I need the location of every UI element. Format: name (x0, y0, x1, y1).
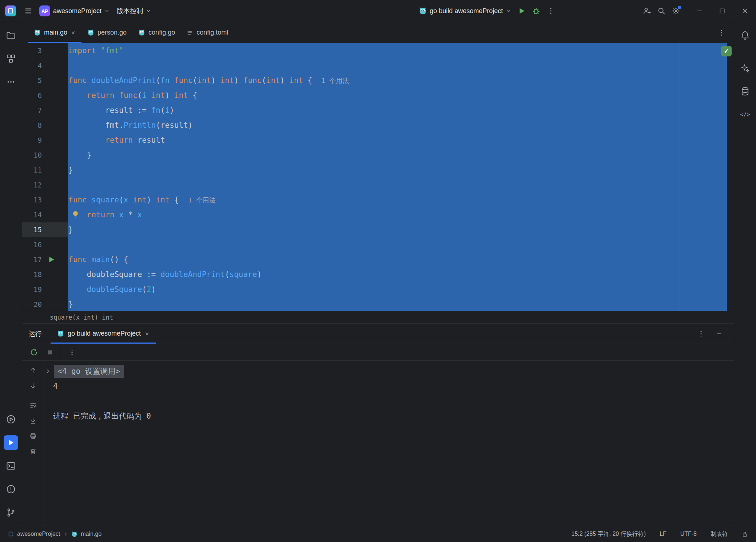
run-panel-hide-button[interactable] (714, 329, 724, 339)
tab-person-go[interactable]: person.go (81, 22, 132, 43)
stop-button[interactable] (45, 347, 55, 357)
goland-window: AP awesomeProject 版本控制 go build awesomeP… (0, 0, 756, 542)
more-tool-windows-button[interactable] (4, 75, 18, 89)
structure-tool-button[interactable] (4, 51, 18, 66)
code-with-me-button[interactable] (640, 4, 654, 18)
database-button[interactable] (738, 84, 752, 99)
endpoints-button[interactable]: </> (738, 107, 752, 122)
gutter-line-number[interactable]: 20 (22, 297, 68, 311)
gutter-line-number[interactable]: 13 (22, 193, 68, 207)
run-line-icon[interactable] (47, 256, 55, 264)
code-line[interactable] (68, 237, 734, 252)
inspections-ok-icon[interactable]: ✓ (721, 46, 732, 56)
code-line[interactable]: } (68, 222, 734, 237)
editor-line: 15} (22, 222, 734, 237)
tab-config-toml[interactable]: config.toml (181, 22, 234, 43)
code-line[interactable] (68, 178, 734, 193)
statusbar-project[interactable]: awesomeProject (17, 531, 60, 537)
statusbar-file[interactable]: main.go (81, 531, 102, 537)
gutter-line-number[interactable]: 3 (22, 43, 68, 58)
fold-expand-icon[interactable] (45, 368, 51, 374)
search-everywhere-button[interactable] (654, 4, 669, 18)
run-tool-button[interactable] (4, 435, 18, 450)
ai-assistant-button[interactable] (738, 61, 752, 75)
main-menu-button[interactable] (21, 4, 36, 18)
gutter-line-number[interactable]: 12 (22, 178, 68, 193)
readonly-toggle[interactable] (742, 531, 748, 537)
terminal-tool-button[interactable] (4, 459, 18, 473)
tab-config-go[interactable]: config.go (132, 22, 181, 43)
gutter-line-number[interactable]: 16 (22, 237, 68, 252)
code-line[interactable]: } (68, 163, 734, 178)
console-more-button[interactable] (67, 347, 77, 357)
editor-scrollbar[interactable] (727, 43, 734, 311)
code-line[interactable]: func doubleAndPrint(fn func(int) int) fu… (68, 73, 734, 88)
gutter-line-number[interactable]: 14 (22, 207, 68, 222)
code-line[interactable]: result := fn(i) (68, 103, 734, 118)
vcs-widget[interactable]: 版本控制 (113, 4, 155, 17)
code-line[interactable]: func square(x int) int { 1 个用法 (68, 193, 734, 207)
code-editor[interactable]: 3import "fmt"45func doubleAndPrint(fn fu… (22, 43, 734, 311)
tab-list-button[interactable] (718, 22, 734, 43)
indent-widget[interactable]: 制表符 (711, 530, 728, 538)
next-occurrence-button[interactable] (28, 381, 38, 391)
gutter-line-number[interactable]: 15 (22, 222, 68, 237)
run-panel-options-button[interactable] (696, 329, 706, 339)
gutter-line-number[interactable]: 19 (22, 282, 68, 297)
code-line[interactable]: import "fmt" (68, 43, 734, 58)
intention-bulb-icon[interactable] (71, 210, 80, 219)
gutter-line-number[interactable]: 6 (22, 88, 68, 103)
hamburger-icon (24, 7, 32, 15)
clear-console-button[interactable] (28, 447, 38, 456)
editor-line: 9 return result (22, 133, 734, 148)
tab-main-go[interactable]: main.go (28, 22, 81, 43)
tab-close-button[interactable] (71, 30, 76, 35)
line-separator-widget[interactable]: LF (660, 531, 667, 537)
code-line[interactable]: return x * x (68, 207, 734, 222)
services-tool-button[interactable] (4, 412, 18, 427)
gutter-line-number[interactable]: 11 (22, 163, 68, 178)
code-line[interactable] (68, 58, 734, 73)
print-button[interactable] (28, 431, 38, 441)
gutter-line-number[interactable]: 5 (22, 73, 68, 88)
code-line[interactable]: return result (68, 133, 734, 148)
code-line[interactable]: return func(i int) int { (68, 88, 734, 103)
version-control-tool-button[interactable] (4, 505, 18, 520)
gutter-line-number[interactable]: 4 (22, 58, 68, 73)
debug-button[interactable] (529, 4, 544, 18)
code-line[interactable]: doubleSquare(2) (68, 282, 734, 297)
code-line[interactable]: fmt.Println(result) (68, 118, 734, 133)
code-line[interactable]: doubleSquare := doubleAndPrint(square) (68, 267, 734, 282)
gutter-line-number[interactable]: 7 (22, 103, 68, 118)
gutter-line-number[interactable]: 17 (22, 252, 68, 267)
soft-wrap-button[interactable] (28, 401, 38, 410)
run-config-tab[interactable]: go build awesomeProject (51, 324, 156, 344)
caret-position-widget[interactable]: 15:2 (285 字符, 20 行换行符) (571, 530, 646, 538)
rerun-button[interactable] (29, 347, 39, 357)
gutter-line-number[interactable]: 8 (22, 118, 68, 133)
gutter-line-number[interactable]: 9 (22, 133, 68, 148)
scroll-to-end-button[interactable] (28, 416, 38, 426)
maximize-button[interactable] (711, 0, 733, 22)
more-actions-button[interactable] (544, 4, 558, 18)
minimize-button[interactable] (688, 0, 711, 22)
notifications-button[interactable] (738, 28, 752, 43)
code-line[interactable]: } (68, 148, 734, 163)
kebab-icon (718, 29, 725, 36)
project-switcher[interactable]: AP awesomeProject (36, 3, 113, 19)
code-line[interactable]: func main() { (68, 252, 734, 267)
code-line[interactable]: } (68, 297, 734, 311)
gutter-line-number[interactable]: 18 (22, 267, 68, 282)
settings-button[interactable] (669, 4, 683, 18)
problems-tool-button[interactable] (4, 482, 18, 496)
database-icon (740, 87, 750, 96)
run-configuration-selector[interactable]: go build awesomeProject (415, 5, 514, 17)
run-button[interactable] (514, 4, 529, 18)
folded-command[interactable]: <4 go 设置调用> (54, 365, 124, 378)
encoding-widget[interactable]: UTF-8 (680, 531, 697, 537)
close-button[interactable] (733, 0, 756, 22)
project-tool-button[interactable] (4, 28, 18, 43)
gutter-line-number[interactable]: 10 (22, 148, 68, 163)
close-icon[interactable] (144, 331, 150, 336)
prev-occurrence-button[interactable] (28, 366, 38, 375)
